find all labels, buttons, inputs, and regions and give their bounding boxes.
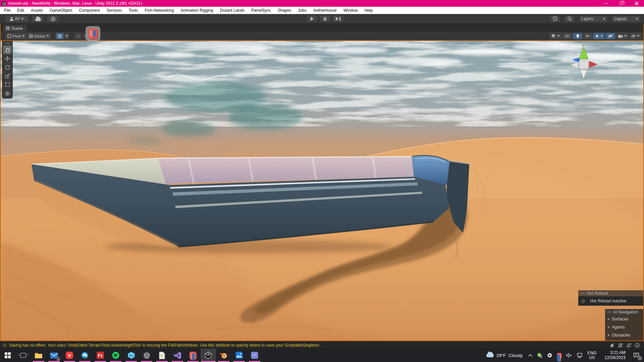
snap-increment-button[interactable] [74, 33, 82, 39]
search-button[interactable] [564, 15, 575, 22]
foldout-agents[interactable]: Agents [605, 323, 643, 331]
tray-network[interactable] [574, 349, 585, 362]
menu-shapes[interactable]: Shapes [274, 7, 295, 14]
tray-nvidia-icon[interactable] [535, 349, 545, 362]
taskbar-mail[interactable]: 9 [46, 349, 62, 362]
taskbar-photos[interactable] [231, 349, 247, 362]
hand-tool-button[interactable] [3, 46, 12, 54]
minimize-button[interactable] [599, 0, 614, 7]
gizmo-center-cube[interactable] [579, 60, 588, 69]
ai-navigation-overlay: AI Navigation Surfaces Agents Obstacles [605, 309, 643, 341]
ethernet-icon [577, 353, 583, 358]
taskbar-blender[interactable] [216, 349, 231, 362]
2d-toggle[interactable]: 2D [562, 33, 572, 39]
tray-red-cube-icon[interactable] [555, 349, 564, 362]
taskbar-start-button[interactable] [0, 349, 15, 362]
menu-jobs[interactable]: Jobs [294, 7, 310, 14]
title-bar[interactable]: chased-urp - NewWorld - Windows, Mac, Li… [0, 0, 644, 7]
debugger-disabled-icon[interactable] [609, 343, 615, 348]
taskbar-task-view-button[interactable] [15, 349, 31, 362]
menu-parrelsync[interactable]: ParrelSync [248, 7, 274, 14]
effects-dropdown[interactable] [593, 33, 605, 39]
auto-refresh-disabled-icon[interactable] [626, 343, 632, 348]
taskbar-notepad-plus-plus[interactable] [154, 349, 170, 362]
weather-widget[interactable]: 29°F Cloudy [483, 353, 526, 358]
rotate-tool-button[interactable] [3, 63, 12, 71]
account-dropdown[interactable]: AV [5, 15, 29, 22]
menu-file[interactable]: File [0, 7, 14, 14]
taskbar-vivaldi[interactable]: V [62, 349, 77, 362]
close-button[interactable] [629, 0, 644, 7]
settings-button[interactable] [47, 15, 59, 22]
tab-scene[interactable]: Scene [3, 25, 27, 32]
pivot-dropdown[interactable]: Pivot [5, 33, 26, 39]
transform-tool-button[interactable] [3, 89, 12, 98]
taskbar-visual-studio[interactable] [170, 349, 185, 362]
tray-volume-muted[interactable] [564, 349, 574, 362]
audio-toggle[interactable] [583, 33, 592, 39]
taskbar-red-cube-app[interactable] [185, 349, 201, 362]
hot-reload-status-text: Hot Reload inactive [590, 299, 626, 303]
taskbar-unity-hub[interactable] [139, 349, 154, 362]
layers-dropdown[interactable]: Layers [579, 15, 608, 22]
progress-idle-icon[interactable] [635, 343, 640, 348]
lighting-toggle[interactable] [573, 33, 582, 39]
tray-clock[interactable]: 3:21 AM 12/26/2023 [599, 349, 631, 362]
tray-unity-hub-icon[interactable] [545, 349, 555, 362]
scene-visibility-toggle[interactable] [605, 33, 615, 39]
foldout-obstacles[interactable]: Obstacles [605, 331, 643, 339]
menu-edit[interactable]: Edit [14, 7, 28, 14]
play-button[interactable] [306, 15, 318, 22]
grid-options-dropdown[interactable] [64, 33, 69, 39]
notification-center-button[interactable]: 3 [631, 349, 644, 362]
menu-component[interactable]: Component [75, 7, 103, 14]
hot-reload-overlay: Hot Reload Hot Reload inactive [578, 290, 643, 306]
orientation-dropdown[interactable]: Global [27, 33, 51, 39]
taskbar-spotify[interactable] [108, 349, 123, 362]
tray-expand-button[interactable] [526, 349, 535, 362]
taskbar-unity-editor[interactable] [201, 349, 216, 362]
tools-overlay-handle[interactable] [2, 41, 13, 45]
taskbar-file-explorer[interactable] [31, 349, 46, 362]
ai-navigation-header[interactable]: AI Navigation [605, 309, 643, 315]
menu-distant-lands[interactable]: Distant Lands [217, 7, 248, 14]
menu-window[interactable]: Window [340, 7, 361, 14]
layout-dropdown[interactable]: Layout [612, 15, 641, 22]
menu-gameobject[interactable]: GameObject [46, 7, 75, 14]
draw-mode-dropdown[interactable] [549, 33, 561, 39]
undo-history-button[interactable] [549, 15, 560, 22]
tray-language[interactable]: ENG US [585, 349, 599, 362]
restore-button[interactable] [614, 0, 629, 7]
console-warning-message[interactable]: Saving has no effect. Your class 'UnityE… [9, 343, 320, 348]
cache-disabled-icon[interactable] [618, 343, 623, 348]
rect-tool-button[interactable] [3, 80, 12, 89]
step-button[interactable] [332, 15, 344, 22]
gizmo-y-label[interactable]: y [582, 42, 585, 47]
gizmos-dropdown[interactable] [629, 33, 641, 39]
foldout-surfaces[interactable]: Surfaces [605, 315, 643, 323]
menu-fish-networking[interactable]: Fish-Networking [141, 7, 177, 14]
taskbar-filezilla[interactable]: Fz [93, 349, 108, 362]
menu-tools[interactable]: Tools [125, 7, 141, 14]
menu-animation-rigging[interactable]: Animation Rigging [177, 7, 216, 14]
scene-viewport[interactable]: y Persp [1, 40, 643, 341]
taskbar-edge[interactable] [77, 349, 93, 362]
hot-reload-status-indicator[interactable] [581, 299, 585, 303]
menu-assets[interactable]: Assets [28, 7, 46, 14]
cloud-services-button[interactable] [32, 15, 44, 22]
menu-help[interactable]: Help [361, 7, 376, 14]
floating-red-cube-icon[interactable] [86, 26, 100, 41]
move-tool-button[interactable] [3, 54, 12, 63]
hot-reload-header[interactable]: Hot Reload [578, 290, 643, 296]
grid-visibility-toggle[interactable]: y [56, 33, 64, 39]
menu-services[interactable]: Services [103, 7, 125, 14]
taskbar-dv-app[interactable]: DV [123, 349, 139, 362]
taskbar-purple-app[interactable] [247, 349, 262, 362]
task-view-icon [20, 353, 26, 358]
menu-aetherhouse[interactable]: AetherHouse [310, 7, 340, 14]
scale-tool-button[interactable] [3, 72, 12, 80]
pause-button[interactable] [319, 15, 331, 22]
projection-label[interactable]: Persp [573, 82, 585, 87]
camera-settings-dropdown[interactable] [616, 33, 629, 39]
edge-icon [81, 352, 89, 359]
